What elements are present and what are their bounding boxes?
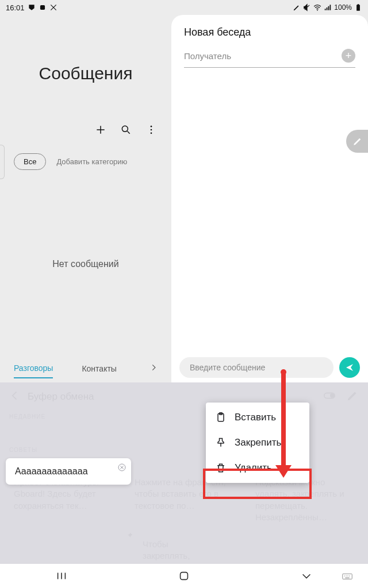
add-recipient-button[interactable]: + bbox=[342, 49, 355, 63]
clipboard-card-active-front[interactable]: Аааааааааааааа bbox=[6, 458, 131, 485]
mute-icon bbox=[303, 3, 311, 11]
clipboard-panel: Буфер обмена НЕДАВНИЕ Привет с клавиатур… bbox=[0, 382, 368, 564]
messages-pane: Сообщения Все Добавить категорию Нет соо… bbox=[0, 15, 171, 382]
conversation-pane: Новая беседа Получатель + Введите сообще… bbox=[171, 15, 368, 382]
svg-rect-20 bbox=[345, 578, 349, 578]
new-conversation-title: Новая беседа bbox=[184, 26, 355, 38]
pen-icon bbox=[293, 3, 301, 11]
chip-add-category[interactable]: Добавить категорию bbox=[56, 157, 127, 166]
arrow-origin-dot bbox=[281, 369, 286, 375]
status-bar: 16:01 100% bbox=[0, 0, 368, 15]
signal-icon bbox=[324, 3, 332, 11]
svg-point-7 bbox=[151, 133, 152, 134]
status-time: 16:01 bbox=[6, 3, 25, 12]
wifi-icon bbox=[313, 3, 321, 11]
search-icon[interactable] bbox=[120, 123, 132, 136]
no-messages-label: Нет сообщений bbox=[0, 259, 171, 269]
navigation-bar bbox=[0, 564, 368, 588]
status-icon-3 bbox=[49, 3, 57, 11]
tab-conversations[interactable]: Разговоры bbox=[14, 359, 53, 378]
status-icon-1 bbox=[28, 3, 36, 11]
chevron-right-icon[interactable] bbox=[150, 363, 158, 374]
battery-icon bbox=[354, 3, 362, 11]
svg-point-18 bbox=[347, 575, 348, 576]
clipboard-card-text: Аааааааааааааа bbox=[15, 466, 88, 476]
send-button[interactable] bbox=[339, 357, 360, 378]
card-close-icon[interactable] bbox=[117, 463, 126, 474]
svg-point-5 bbox=[151, 126, 152, 127]
recipient-field[interactable]: Получатель bbox=[184, 51, 342, 61]
nav-keyboard-icon[interactable] bbox=[339, 568, 355, 584]
svg-point-17 bbox=[346, 575, 347, 576]
edit-fab[interactable] bbox=[346, 130, 368, 153]
more-icon[interactable] bbox=[145, 123, 158, 136]
compose-icon[interactable] bbox=[94, 123, 107, 136]
svg-point-16 bbox=[344, 575, 345, 576]
svg-point-19 bbox=[349, 575, 350, 576]
app-title: Сообщения bbox=[0, 64, 171, 83]
tab-contacts[interactable]: Контакты bbox=[82, 359, 116, 378]
svg-point-1 bbox=[317, 10, 318, 11]
nav-home[interactable] bbox=[176, 568, 192, 584]
svg-rect-15 bbox=[343, 574, 352, 579]
nav-recents[interactable] bbox=[53, 568, 70, 584]
menu-paste-label: Вставить bbox=[235, 412, 276, 423]
menu-pin-label: Закрепить bbox=[235, 437, 281, 448]
chip-all[interactable]: Все bbox=[14, 153, 46, 170]
highlight-delete-box bbox=[203, 469, 312, 499]
status-icon-2 bbox=[39, 3, 47, 11]
battery-text: 100% bbox=[334, 3, 352, 11]
menu-paste[interactable]: Вставить bbox=[206, 405, 309, 430]
nav-back[interactable] bbox=[298, 568, 315, 584]
menu-pin[interactable]: Закрепить bbox=[206, 430, 309, 455]
svg-point-4 bbox=[122, 126, 128, 131]
svg-point-6 bbox=[151, 129, 152, 131]
message-input[interactable]: Введите сообщение bbox=[179, 357, 334, 378]
side-notch[interactable] bbox=[0, 145, 5, 179]
svg-rect-0 bbox=[40, 5, 44, 10]
svg-rect-3 bbox=[358, 4, 359, 5]
svg-rect-14 bbox=[181, 572, 188, 580]
svg-rect-2 bbox=[356, 5, 360, 10]
